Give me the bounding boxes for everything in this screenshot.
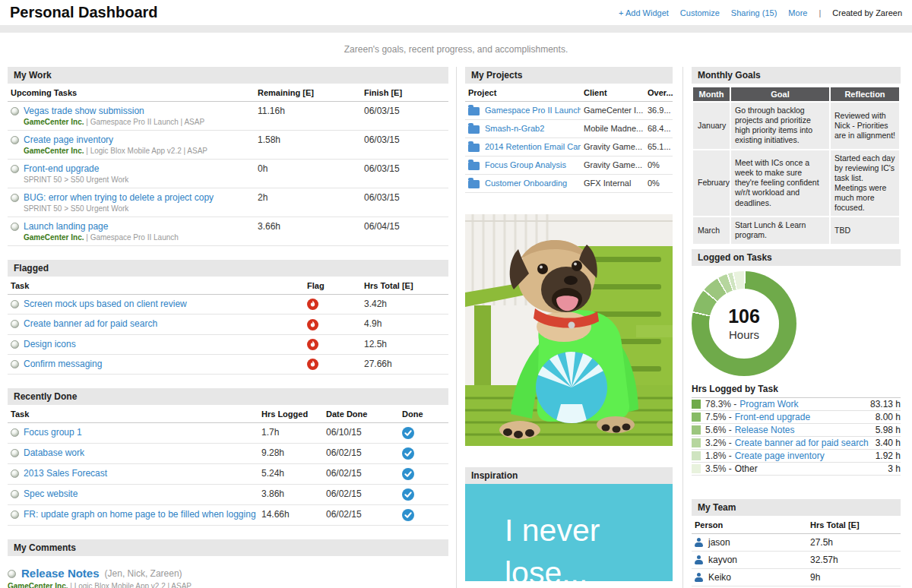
col-date-done[interactable]: Date Done bbox=[323, 405, 399, 423]
legend-hours: 1.92 h bbox=[876, 450, 901, 461]
done-check-icon[interactable] bbox=[402, 509, 414, 521]
inspiration-banner: I never lose... bbox=[465, 484, 673, 581]
flag-icon[interactable] bbox=[307, 339, 318, 350]
col-person[interactable]: Person bbox=[692, 516, 807, 534]
col-task[interactable]: Task bbox=[8, 277, 304, 295]
task-link[interactable]: Focus group 1 bbox=[24, 427, 82, 438]
table-row: February Meet with ICs once a week to ma… bbox=[692, 150, 900, 217]
task-link[interactable]: Design icons bbox=[24, 339, 76, 349]
hrs-total-value: 27.5h bbox=[807, 533, 901, 551]
legend-task-link[interactable]: Program Work bbox=[739, 399, 798, 409]
person-name: kayvon bbox=[708, 555, 737, 565]
client-value: Mobile Madne... bbox=[581, 120, 644, 138]
folder-icon bbox=[468, 180, 480, 188]
total-hours-label: Hours bbox=[729, 328, 759, 341]
monthly-goals-widget: Monthly Goals Month Goal Reflection Janu… bbox=[692, 67, 901, 245]
right-column: Monthly Goals Month Goal Reflection Janu… bbox=[692, 67, 901, 588]
col-client[interactable]: Client bbox=[581, 84, 644, 102]
task-link[interactable]: Front-end upgrade bbox=[24, 163, 99, 174]
col-hrs-logged[interactable]: Hrs Logged bbox=[258, 405, 323, 423]
task-link[interactable]: Vegas trade show submission bbox=[24, 106, 144, 116]
client-value: GFX Internal bbox=[581, 175, 644, 193]
task-link[interactable]: Launch landing page bbox=[24, 221, 108, 232]
flag-icon[interactable] bbox=[307, 319, 318, 330]
separator: | bbox=[819, 8, 821, 17]
legend-title: Hrs Logged by Task bbox=[692, 384, 901, 398]
col-remaining[interactable]: Remaining [E] bbox=[255, 84, 361, 102]
task-link[interactable]: Database work bbox=[24, 447, 84, 458]
task-link[interactable]: FR: update graph on home page to be fill… bbox=[24, 509, 258, 520]
header-divider-band bbox=[0, 25, 912, 33]
done-check-icon[interactable] bbox=[402, 447, 414, 460]
flagged-widget: Flagged Task Flag Hrs Total [E] Screen m… bbox=[8, 260, 448, 375]
client-value: Gravity Game... bbox=[581, 138, 644, 156]
breadcrumb: | Logic Blox Mobile App v2.2 | ASAP bbox=[86, 147, 207, 155]
sharing-button[interactable]: Sharing (15) bbox=[731, 8, 777, 17]
table-row: Keiko 9h bbox=[692, 568, 901, 586]
legend-swatch bbox=[692, 413, 701, 422]
project-link[interactable]: Customer Onboarding bbox=[485, 179, 567, 188]
task-status-icon bbox=[8, 570, 16, 578]
task-link[interactable]: Create page inventory bbox=[24, 134, 113, 145]
legend-task-link[interactable]: Create page inventory bbox=[735, 450, 825, 461]
table-row: Gamespace Pro II Launch GameCenter I... … bbox=[465, 102, 673, 120]
col-hrs-total[interactable]: Hrs Total [E] bbox=[807, 516, 901, 534]
legend-row: 78.3% - Program Work 83.13 h bbox=[692, 398, 901, 411]
finish-date: 06/03/15 bbox=[361, 102, 448, 131]
task-status-icon bbox=[11, 511, 19, 519]
project-link[interactable]: Focus Group Analysis bbox=[485, 160, 566, 169]
col-finish[interactable]: Finish [E] bbox=[361, 84, 448, 102]
inspiration-quote: I never lose... bbox=[465, 484, 673, 581]
my-comments-widget: My Comments Release Notes (Jen, Nick, Za… bbox=[8, 539, 448, 588]
project-link[interactable]: 2014 Retention Email Camp... bbox=[485, 142, 581, 151]
task-link[interactable]: Confirm messaging bbox=[24, 359, 102, 369]
legend-task-link[interactable]: Front-end upgrade bbox=[735, 412, 810, 422]
folder-icon bbox=[468, 107, 480, 115]
date-done-value: 06/02/15 bbox=[323, 464, 399, 485]
task-link[interactable]: Spec website bbox=[24, 488, 78, 499]
task-link[interactable]: 2013 Sales Forecast bbox=[24, 468, 107, 479]
my-projects-header: My Projects bbox=[465, 67, 673, 84]
my-team-widget: My Team Person Hrs Total [E] jason 27.5h bbox=[692, 499, 901, 588]
task-status-icon bbox=[11, 490, 19, 498]
done-check-icon[interactable] bbox=[402, 468, 414, 480]
hours-donut-chart: 106 Hours bbox=[692, 271, 796, 376]
remaining-value: 0h bbox=[255, 160, 361, 188]
task-link[interactable]: BUG: error when trying to delete a proje… bbox=[24, 192, 214, 203]
col-hrs-total[interactable]: Hrs Total [E] bbox=[361, 277, 448, 295]
col-flag[interactable]: Flag bbox=[304, 277, 361, 295]
table-row: BUG: error when trying to delete a proje… bbox=[8, 188, 448, 217]
col-upcoming-tasks[interactable]: Upcoming Tasks bbox=[8, 84, 255, 102]
project-link[interactable]: Gamespace Pro II Launch bbox=[485, 106, 581, 115]
date-done-value: 06/02/15 bbox=[323, 505, 399, 526]
hrs-total-value: 27.66h bbox=[361, 354, 448, 374]
add-widget-button[interactable]: + Add Widget bbox=[619, 8, 669, 17]
customize-button[interactable]: Customize bbox=[680, 8, 720, 17]
col-task[interactable]: Task bbox=[8, 405, 258, 423]
col-overall[interactable]: Over... bbox=[644, 84, 673, 102]
done-check-icon[interactable] bbox=[402, 427, 414, 439]
legend-hours: 83.13 h bbox=[870, 399, 901, 409]
flag-icon[interactable] bbox=[307, 359, 318, 370]
client-value: GameCenter I... bbox=[581, 102, 644, 120]
col-done[interactable]: Done bbox=[399, 405, 448, 423]
more-button[interactable]: More bbox=[788, 8, 807, 17]
col-project[interactable]: Project bbox=[465, 84, 581, 102]
flag-icon[interactable] bbox=[307, 299, 318, 310]
legend-task-link[interactable]: Release Notes bbox=[735, 425, 795, 435]
goal-value: Meet with ICs once a week to make sure t… bbox=[730, 150, 830, 217]
remaining-value: 3.66h bbox=[255, 217, 361, 246]
table-row: Database work 9.28h 06/02/15 bbox=[8, 444, 448, 464]
page-title: Personal Dashboard bbox=[10, 4, 158, 21]
project-link[interactable]: Smash-n-Grab2 bbox=[485, 124, 544, 133]
task-status-icon bbox=[11, 165, 19, 173]
task-link[interactable]: Create banner ad for paid search bbox=[24, 318, 157, 329]
table-row: jason 27.5h bbox=[692, 533, 901, 551]
legend-task-link[interactable]: Create banner ad for paid search bbox=[735, 438, 869, 448]
table-row: Spec website 3.86h 06/02/15 bbox=[8, 485, 448, 505]
done-check-icon[interactable] bbox=[402, 488, 414, 501]
task-link[interactable]: Screen mock ups based on client review bbox=[24, 299, 187, 309]
comment-task-link[interactable]: Release Notes bbox=[21, 567, 100, 580]
comment-item: Release Notes (Jen, Nick, Zareen) GameCe… bbox=[8, 556, 448, 588]
my-team-header: My Team bbox=[692, 499, 901, 516]
